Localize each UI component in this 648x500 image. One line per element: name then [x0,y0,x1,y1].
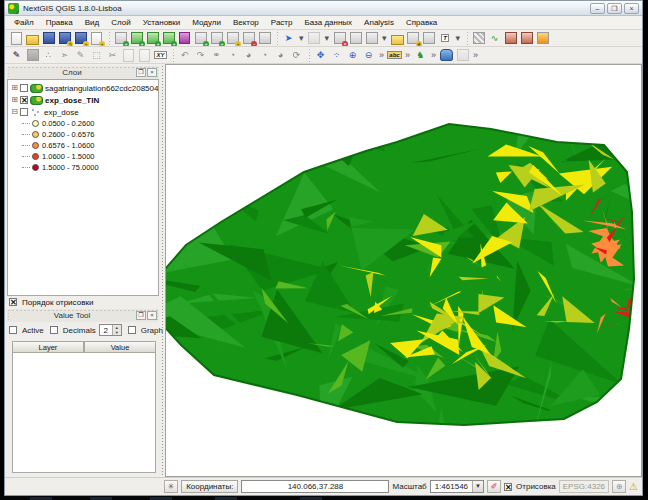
column-header-value[interactable]: Value [84,341,156,353]
delete-selected-icon[interactable]: ⬚ [89,48,104,63]
add-postgis-layer-icon[interactable]: + [145,31,160,46]
close-panel-icon[interactable]: × [147,68,157,77]
move-feature-icon[interactable]: ➣ [57,48,72,63]
copy-features-icon[interactable] [121,48,136,63]
undo-icon[interactable]: ↶ [177,48,192,63]
title-bar[interactable]: NextGIS QGIS 1.8.0-Lisboa – ❐ × [5,1,642,16]
zoom-in-icon[interactable]: ⊕ [345,48,360,63]
float-panel-icon[interactable]: ❐ [136,68,146,77]
delete-ring-icon[interactable]: ◔ [257,48,272,63]
add-spatialite-layer-icon[interactable]: + [161,31,176,46]
pan-to-selection-icon[interactable]: ⁘ [329,48,344,63]
save-project-icon[interactable] [41,31,56,46]
menu-file[interactable]: Файл [9,17,39,28]
map-tips-icon[interactable] [390,31,405,46]
remove-layer-icon[interactable]: − [241,31,256,46]
redo-icon[interactable]: ↷ [193,48,208,63]
add-vector-layer-icon[interactable]: + [113,31,128,46]
dropdown-caret[interactable]: ▾ [323,33,332,43]
cut-features-icon[interactable]: ✂ [105,48,120,63]
delete-part-icon[interactable]: ◕ [273,48,288,63]
layer-row-sagatriangulation[interactable]: ⊞ sagatriangulation662cdc2085044b35... [8,82,158,94]
toggle-editing-icon[interactable]: ✎ [9,48,24,63]
collapse-icon[interactable]: ⊟ [10,108,19,117]
reshape-features-icon[interactable]: ⟳ [289,48,304,63]
layer-checkbox[interactable] [20,84,28,92]
legend-class-row[interactable]: 0.6576 - 1.0600 [8,140,158,151]
coordinates-field[interactable]: 140.066,37.288 [241,480,389,493]
print-composer-icon[interactable]: + [89,31,104,46]
database-manager-icon[interactable] [439,48,454,63]
add-ring-icon[interactable]: ◔ [225,48,240,63]
add-part-icon[interactable]: ◕ [241,48,256,63]
open-attribute-table-icon[interactable] [348,31,363,46]
add-delimited-text-icon[interactable] [257,31,272,46]
save-project-as-icon[interactable]: ✎ [57,31,72,46]
gps-tools-icon[interactable]: ♞ [413,48,428,63]
paste-features-icon[interactable] [137,48,152,63]
dropdown-caret[interactable]: ▾ [380,33,389,43]
layers-panel-titlebar[interactable]: Слои ❐ × [7,66,159,79]
menu-raster[interactable]: Растр [266,17,298,28]
column-header-layer[interactable]: Layer [12,341,84,353]
layer-checkbox[interactable]: ✕ [20,96,28,104]
save-as-image-icon[interactable]: + [73,31,88,46]
terrain-analysis-icon[interactable] [519,31,534,46]
table-manager-icon[interactable] [455,48,470,63]
menu-layer[interactable]: Слой [106,17,135,28]
new-shapefile-layer-icon[interactable]: + [225,31,240,46]
zoom-out-icon[interactable]: ⊖ [361,48,376,63]
legend-class-row[interactable]: 1.0600 - 1.5000 [8,151,158,162]
extents-toggle-icon[interactable]: ✳ [164,480,178,493]
float-panel-icon[interactable]: ❐ [136,311,146,320]
python-console-icon[interactable] [535,31,550,46]
scale-combo[interactable]: 1:461546 ▼ [430,480,484,493]
profile-tool-icon[interactable]: ∿ [487,31,502,46]
menu-view[interactable]: Вид [80,17,104,28]
identify-features-icon[interactable]: ➤ [281,31,296,46]
close-button[interactable]: × [624,3,639,14]
decimals-checkbox[interactable] [50,326,58,334]
chevron-down-icon[interactable]: ▼ [472,481,483,492]
expand-icon[interactable]: ⊞ [10,84,19,93]
graph-checkbox[interactable] [128,326,136,334]
toolbar-overflow-icon[interactable]: » [403,50,412,60]
menu-vector[interactable]: Вектор [228,17,264,28]
legend-class-row[interactable]: 0.0500 - 0.2600 [8,118,158,129]
menu-analysis[interactable]: Analysis [359,17,399,28]
add-mssql-layer-icon[interactable] [177,31,192,46]
spin-down-icon[interactable]: ▼ [113,330,121,335]
layer-checkbox[interactable] [20,108,28,116]
new-project-icon[interactable] [9,31,24,46]
labeling-icon[interactable]: abc [387,48,402,63]
spinbox-arrows[interactable]: ▲▼ [112,325,121,335]
messages-warning-icon[interactable]: ⚠ [629,481,638,492]
select-features-icon[interactable] [307,31,322,46]
close-panel-icon[interactable]: × [147,311,157,320]
crs-globe-icon[interactable]: ⊕ [612,480,626,493]
show-bookmarks-icon[interactable] [422,31,437,46]
coordinates-button[interactable]: Координаты: [181,480,238,493]
menu-help[interactable]: Справка [401,17,442,28]
georeferencer-icon[interactable] [471,31,486,46]
stop-render-icon[interactable]: ✐ [487,480,501,493]
toolbar-overflow-icon[interactable]: » [377,50,386,60]
node-tool-icon[interactable]: ✎ [73,48,88,63]
menu-database[interactable]: База данных [299,17,357,28]
dropdown-caret[interactable]: ▾ [454,33,463,43]
capture-coordinates-icon[interactable]: XY [153,48,168,63]
interpolation-icon[interactable] [503,31,518,46]
active-checkbox[interactable] [9,326,17,334]
layers-tree[interactable]: ⊞ sagatriangulation662cdc2085044b35... ⊞… [7,79,159,296]
render-checkbox[interactable]: ✕ [504,483,512,491]
deselect-features-icon[interactable]: × [332,31,347,46]
expand-icon[interactable]: ⊞ [10,96,19,105]
menu-edit[interactable]: Правка [41,17,78,28]
render-order-checkbox[interactable]: ✕ [9,298,17,306]
save-edits-icon[interactable] [25,48,40,63]
simplify-feature-icon[interactable]: ⚭ [209,48,224,63]
minimize-button[interactable]: – [590,3,605,14]
value-tool-titlebar[interactable]: Value Tool ❐ × [7,309,159,322]
menu-plugins[interactable]: Модули [187,17,226,28]
add-wfs-layer-icon[interactable]: + [209,31,224,46]
